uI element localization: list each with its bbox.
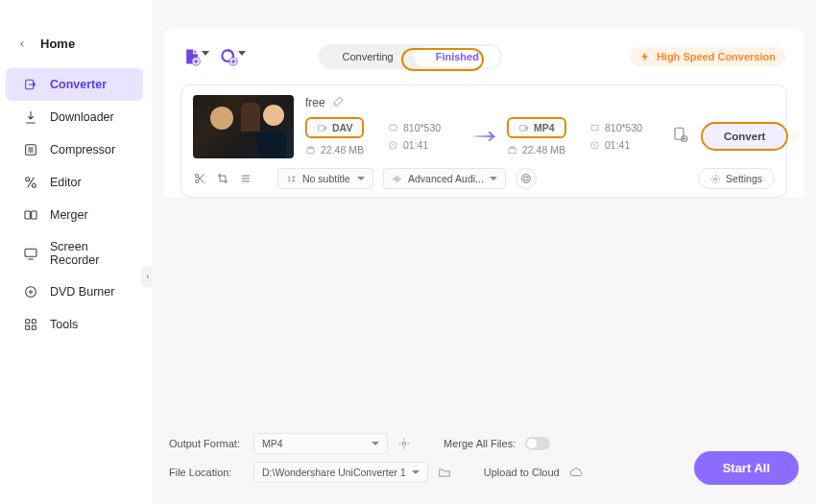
sidebar-item-tools[interactable]: Tools bbox=[6, 308, 143, 341]
svg-rect-28 bbox=[318, 125, 324, 131]
svg-point-46 bbox=[402, 442, 406, 445]
source-duration: 01:41 bbox=[388, 139, 470, 151]
svg-point-19 bbox=[26, 287, 36, 298]
audio-select[interactable]: Advanced Audi... bbox=[383, 168, 506, 189]
crop-icon[interactable] bbox=[216, 172, 229, 185]
merger-icon bbox=[23, 207, 38, 223]
svg-line-38 bbox=[198, 177, 204, 182]
sidebar-item-downloader[interactable]: Downloader bbox=[6, 101, 143, 133]
svg-point-20 bbox=[30, 291, 33, 294]
main-panel: Converting Finished High Speed Conversio… bbox=[152, 0, 816, 504]
add-url-button[interactable] bbox=[219, 47, 238, 66]
trim-icon[interactable] bbox=[193, 172, 206, 185]
rename-icon[interactable] bbox=[333, 95, 345, 109]
svg-rect-29 bbox=[390, 125, 396, 131]
svg-rect-32 bbox=[591, 125, 598, 131]
svg-rect-22 bbox=[32, 320, 36, 324]
upload-cloud-label: Upload to Cloud bbox=[484, 467, 560, 478]
high-speed-conversion-button[interactable]: High Speed Conversion bbox=[630, 47, 785, 66]
open-folder-icon[interactable] bbox=[438, 466, 451, 479]
downloader-icon bbox=[23, 109, 38, 125]
target-size: 22.48 MB bbox=[507, 144, 589, 156]
start-all-button[interactable]: Start All bbox=[694, 451, 799, 485]
convert-button[interactable]: Convert bbox=[701, 122, 788, 151]
target-duration: 01:41 bbox=[589, 139, 672, 151]
target-format-chip[interactable]: MP4 bbox=[507, 117, 566, 138]
svg-rect-44 bbox=[524, 177, 528, 180]
sidebar: Home Converter Downloader Compressor Edi… bbox=[0, 0, 149, 504]
svg-rect-17 bbox=[25, 249, 36, 256]
compressor-icon bbox=[23, 142, 38, 157]
sidebar-item-screen-recorder[interactable]: Screen Recorder bbox=[6, 231, 143, 276]
svg-point-45 bbox=[714, 178, 717, 180]
target-resolution: 810*530 bbox=[589, 122, 672, 133]
tab-converting[interactable]: Converting bbox=[321, 46, 414, 67]
converter-icon bbox=[23, 77, 38, 92]
merge-files-toggle[interactable] bbox=[525, 437, 550, 450]
tab-finished[interactable]: Finished bbox=[415, 46, 500, 67]
home-button[interactable]: Home bbox=[0, 29, 149, 59]
footer: Output Format: MP4 Merge All Files: File… bbox=[169, 433, 799, 491]
svg-rect-16 bbox=[32, 211, 36, 219]
output-format-label: Output Format: bbox=[169, 438, 244, 449]
screen-recorder-icon bbox=[23, 246, 38, 261]
svg-point-13 bbox=[32, 183, 36, 187]
svg-point-12 bbox=[26, 178, 30, 181]
arrow-icon bbox=[472, 123, 501, 150]
tools-icon bbox=[23, 317, 38, 332]
format-settings-icon[interactable] bbox=[397, 437, 411, 450]
svg-rect-34 bbox=[675, 128, 684, 139]
svg-rect-23 bbox=[26, 325, 30, 329]
output-settings-icon[interactable] bbox=[672, 126, 689, 147]
output-format-select[interactable]: MP4 bbox=[253, 433, 388, 454]
dvd-burner-icon bbox=[23, 284, 38, 300]
svg-point-43 bbox=[521, 175, 530, 183]
add-file-button[interactable] bbox=[182, 47, 202, 66]
effects-icon[interactable] bbox=[239, 172, 252, 185]
svg-rect-31 bbox=[519, 125, 525, 131]
file-name: free bbox=[305, 96, 325, 109]
file-location-label: File Location: bbox=[169, 467, 244, 478]
svg-rect-21 bbox=[26, 320, 30, 324]
subtitle-select[interactable]: No subtitle bbox=[277, 168, 373, 189]
merge-files-label: Merge All Files: bbox=[444, 438, 516, 449]
sidebar-item-compressor[interactable]: Compressor bbox=[6, 133, 143, 166]
file-location-select[interactable]: D:\Wondershare UniConverter 1 bbox=[253, 462, 428, 483]
svg-line-14 bbox=[28, 178, 35, 188]
sidebar-item-merger[interactable]: Merger bbox=[6, 199, 143, 231]
sidebar-item-converter[interactable]: Converter bbox=[6, 68, 143, 101]
sidebar-item-dvd-burner[interactable]: DVD Burner bbox=[6, 276, 143, 308]
cloud-icon[interactable] bbox=[569, 466, 583, 479]
svg-rect-24 bbox=[32, 325, 36, 329]
info-icon[interactable] bbox=[516, 168, 537, 189]
editor-icon bbox=[23, 175, 38, 190]
video-thumbnail[interactable] bbox=[193, 95, 294, 158]
sidebar-item-editor[interactable]: Editor bbox=[6, 166, 143, 199]
source-size: 22.48 MB bbox=[305, 144, 388, 156]
svg-line-39 bbox=[198, 174, 204, 180]
file-card: free DAV 22.48 MB 810*530 01:41 bbox=[180, 84, 787, 198]
svg-rect-15 bbox=[25, 211, 30, 219]
source-format-chip: DAV bbox=[305, 117, 364, 138]
file-settings-button[interactable]: Settings bbox=[698, 168, 775, 189]
home-label: Home bbox=[40, 36, 75, 51]
source-resolution: 810*530 bbox=[388, 122, 470, 133]
